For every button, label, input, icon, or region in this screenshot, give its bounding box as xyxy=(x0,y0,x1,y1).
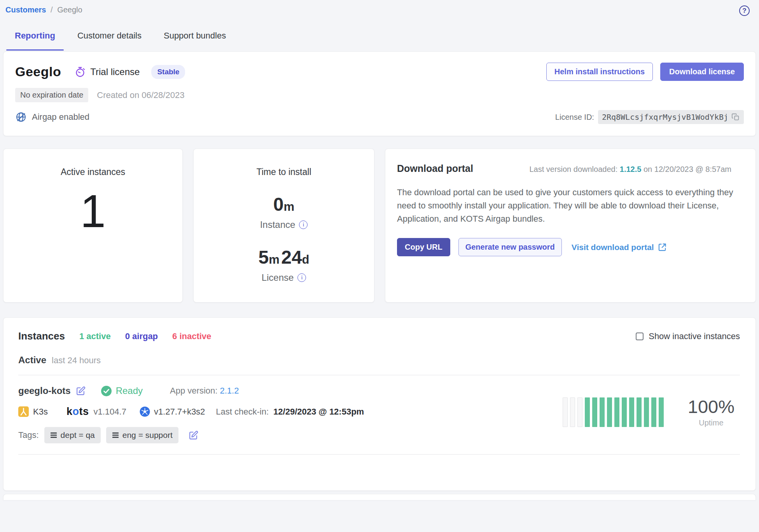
instance-row: geeglo-kots xyxy=(18,378,740,443)
airgap-enabled-label: Airgap enabled xyxy=(32,112,89,122)
show-inactive-label: Show inactive instances xyxy=(649,331,740,341)
download-portal-card: Download portal Last version downloaded:… xyxy=(385,149,756,303)
tag-badge-eng: eng = support xyxy=(106,427,178,443)
uptime-bar-chart xyxy=(563,397,664,427)
helm-install-instructions-button[interactable]: Helm install instructions xyxy=(546,63,653,81)
license-id-chip: 2Rq8WLcsjfxqrMysjvB1WodYkBj xyxy=(598,110,744,124)
license-time-unit-2: d xyxy=(302,253,310,266)
kots-logo: kots xyxy=(66,406,89,418)
tags-label: Tags: xyxy=(18,430,39,440)
active-instances-title: Active instances xyxy=(3,167,182,177)
kots-o: o xyxy=(72,406,79,417)
license-info-icon[interactable]: i xyxy=(297,273,306,282)
last-version-downloaded: Last version downloaded: 1.12.5 on 12/20… xyxy=(529,165,731,174)
tab-bar: Reporting Customer details Support bundl… xyxy=(15,31,756,51)
kots-ts: ts xyxy=(79,406,89,417)
download-portal-title: Download portal xyxy=(397,163,473,174)
kots-k: k xyxy=(66,406,73,417)
edit-instance-name-icon[interactable] xyxy=(76,386,86,396)
last-version-link[interactable]: 1.12.5 xyxy=(620,165,642,173)
last-version-date: on 12/20/2023 @ 8:57am xyxy=(641,165,731,173)
active-instances-card: Active instances 1 xyxy=(3,149,183,303)
visit-download-portal-link[interactable]: Visit download portal xyxy=(572,243,667,252)
distribution-label: K3s xyxy=(33,407,48,417)
tag-badge-dept: dept = qa xyxy=(44,427,101,443)
uptime-value: 100% xyxy=(688,397,735,417)
license-type-label: Trial license xyxy=(90,66,140,77)
kots-version: v1.104.7 xyxy=(93,407,126,417)
instances-card: Instances 1 active 0 airgap 6 inactive S… xyxy=(3,317,756,491)
tab-reporting[interactable]: Reporting xyxy=(15,31,55,51)
created-date-text: Created on 06/28/2023 xyxy=(97,90,184,100)
active-instances-value: 1 xyxy=(3,188,182,234)
show-inactive-toggle[interactable]: Show inactive instances xyxy=(636,331,740,341)
last-version-label: Last version downloaded: xyxy=(529,165,617,173)
next-card-top xyxy=(3,494,756,500)
breadcrumb-separator: / xyxy=(51,5,53,14)
airgap-count[interactable]: 0 airgap xyxy=(125,331,158,341)
time-to-install-card: Time to install 0m Instance i 5m 24d Lic… xyxy=(193,149,374,303)
kubernetes-icon xyxy=(140,406,150,417)
license-install-time: 5m 24d xyxy=(194,248,374,267)
breadcrumb: Customers / Geeglo xyxy=(3,0,756,14)
show-inactive-checkbox[interactable] xyxy=(636,332,644,340)
instance-install-time: 0m xyxy=(194,195,374,214)
license-time-unit-1: m xyxy=(269,253,280,266)
breadcrumb-current: Geeglo xyxy=(57,5,82,14)
channel-badge: Stable xyxy=(151,65,185,79)
license-time-number-1: 5 xyxy=(258,247,269,268)
breadcrumb-customers-link[interactable]: Customers xyxy=(5,5,46,14)
airgap-globe-icon xyxy=(15,111,27,123)
tag-lines-icon xyxy=(112,432,119,439)
visit-download-portal-label: Visit download portal xyxy=(572,243,654,252)
last-checkin-value: 12/29/2023 @ 12:53pm xyxy=(273,407,364,417)
active-count[interactable]: 1 active xyxy=(79,331,111,341)
inactive-count[interactable]: 6 inactive xyxy=(172,331,211,341)
trial-timer-icon xyxy=(74,66,86,78)
license-summary-card: Geeglo Trial license Stable Helm install… xyxy=(3,51,756,136)
last-checkin-label: Last check-in: xyxy=(216,407,269,417)
tab-customer-details[interactable]: Customer details xyxy=(77,31,142,51)
metrics-row: Active instances 1 Time to install 0m In… xyxy=(3,149,756,303)
instance-time-label: Instance xyxy=(260,219,296,230)
help-icon[interactable]: ? xyxy=(739,5,750,16)
customer-reporting-page: Customers / Geeglo ? Reporting Customer … xyxy=(0,0,759,500)
copy-url-button[interactable]: Copy URL xyxy=(397,238,450,256)
tag-value: eng = support xyxy=(122,430,173,440)
divider xyxy=(18,375,740,375)
tab-support-bundles[interactable]: Support bundles xyxy=(164,31,226,51)
license-time-label: License xyxy=(262,272,294,283)
instance-time-unit: m xyxy=(284,200,295,214)
license-id-label: License ID: xyxy=(555,113,594,122)
active-group-period: last 24 hours xyxy=(52,355,101,366)
expiration-badge: No expiration date xyxy=(15,88,88,102)
kubernetes-version: v1.27.7+k3s2 xyxy=(154,407,205,417)
customer-name: Geeglo xyxy=(15,64,61,79)
tag-lines-icon xyxy=(50,432,57,439)
tag-value: dept = qa xyxy=(61,430,95,440)
license-id-value: 2Rq8WLcsjfxqrMysjvB1WodYkBj xyxy=(602,112,728,122)
app-version-link[interactable]: 2.1.2 xyxy=(220,386,239,396)
divider xyxy=(18,454,740,455)
license-time-number-2: 24 xyxy=(281,247,302,268)
k3s-icon xyxy=(18,406,29,417)
time-to-install-title: Time to install xyxy=(194,167,374,177)
uptime-label: Uptime xyxy=(688,418,735,427)
app-version-label: App version: xyxy=(170,386,217,396)
edit-tags-icon[interactable] xyxy=(189,430,198,440)
instance-status: Ready xyxy=(116,385,143,396)
external-link-icon xyxy=(658,243,667,252)
instances-title: Instances xyxy=(18,330,65,342)
generate-new-password-button[interactable]: Generate new password xyxy=(458,238,562,256)
download-license-button[interactable]: Download license xyxy=(660,63,744,81)
instance-name: geeglo-kots xyxy=(18,385,71,396)
instance-info-icon[interactable]: i xyxy=(299,220,308,229)
instance-time-number: 0 xyxy=(273,194,284,215)
ready-check-icon xyxy=(101,386,112,396)
copy-license-id-icon[interactable] xyxy=(731,113,740,121)
active-group-label: Active xyxy=(18,355,46,366)
download-portal-description: The download portal can be used to give … xyxy=(397,186,739,226)
